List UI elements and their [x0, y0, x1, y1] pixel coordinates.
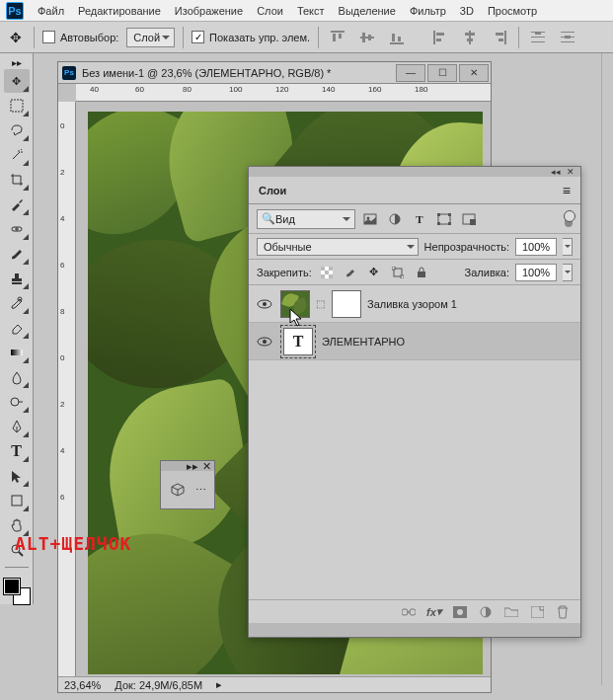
menu-image[interactable]: Изображение [175, 5, 243, 17]
fill-input[interactable]: 100% [515, 264, 557, 281]
align-top-icon[interactable] [327, 27, 348, 48]
align-vcenter-icon[interactable] [356, 27, 378, 48]
brush-tool[interactable] [4, 242, 30, 266]
panel-resize-handle[interactable] [249, 623, 580, 637]
move-tool[interactable]: ✥ [4, 69, 30, 93]
filter-pixel-icon[interactable] [360, 210, 380, 228]
filter-shape-icon[interactable] [434, 210, 454, 228]
menu-file[interactable]: Файл [38, 5, 64, 17]
stamp-tool[interactable] [4, 267, 30, 290]
maximize-button[interactable]: ☐ [427, 64, 457, 82]
lock-all-icon[interactable] [413, 265, 430, 280]
lock-pixels-icon[interactable] [342, 265, 359, 280]
filter-smart-icon[interactable] [459, 210, 479, 228]
layers-tab[interactable]: Слои [259, 185, 286, 196]
new-group-icon[interactable] [503, 606, 519, 617]
visibility-toggle[interactable] [255, 299, 274, 309]
magic-wand-tool[interactable] [4, 143, 30, 167]
history-brush-tool[interactable] [4, 291, 30, 315]
layer-list: ⬚ Заливка узором 1 T ЭЛЕМЕНТАРНО [249, 285, 580, 360]
svg-rect-16 [496, 33, 503, 36]
filter-type-icon[interactable]: T [410, 210, 429, 228]
fill-stepper[interactable] [563, 264, 573, 281]
3d-mini-panel[interactable]: ▸▸✕ ⋯ [160, 460, 215, 509]
crop-tool[interactable] [4, 168, 30, 192]
layer-name[interactable]: ЭЛЕМЕНТАРНО [322, 336, 405, 348]
menu-layers[interactable]: Слои [257, 5, 283, 17]
menu-3d[interactable]: 3D [460, 5, 474, 17]
eyedropper-tool[interactable] [4, 193, 30, 216]
menu-view[interactable]: Просмотр [488, 5, 537, 17]
panel-close-icon[interactable]: ✕ [567, 167, 575, 177]
autoselect-target-dropdown[interactable]: Слой [126, 28, 175, 47]
filter-toggle[interactable] [565, 211, 573, 227]
layer-fx-icon[interactable]: fx▾ [426, 605, 442, 618]
menu-select[interactable]: Выделение [339, 5, 396, 17]
layer-name[interactable]: Заливка узором 1 [367, 298, 457, 310]
lock-position-icon[interactable]: ✥ [365, 265, 383, 280]
distribute-vcenter-icon[interactable] [557, 27, 578, 48]
new-layer-icon[interactable] [529, 606, 545, 618]
visibility-toggle[interactable] [255, 337, 274, 347]
marquee-tool[interactable] [4, 94, 30, 117]
menu-text[interactable]: Текст [297, 5, 325, 17]
svg-rect-48 [321, 267, 325, 271]
svg-rect-67 [531, 606, 544, 618]
align-left-icon[interactable] [429, 27, 451, 48]
color-swatches[interactable] [4, 579, 30, 604]
delete-layer-icon[interactable] [555, 605, 571, 619]
annotation-text: ALT+ЩЕЛЧОК [15, 533, 131, 554]
filter-type-dropdown[interactable]: 🔍 Вид [257, 209, 355, 229]
collapse-icon[interactable]: ▸▸ [187, 460, 198, 473]
dodge-tool[interactable] [4, 390, 30, 414]
panel-menu-icon[interactable]: ≡ [563, 183, 571, 198]
add-adjustment-icon[interactable] [478, 605, 494, 619]
document-titlebar[interactable]: Ps Без имени-1 @ 23,6% (ЭЛЕМЕНТАРНО, RGB… [58, 62, 491, 84]
close-icon[interactable]: ✕ [202, 460, 211, 473]
distribute-top-icon[interactable] [527, 27, 549, 48]
blur-tool[interactable] [4, 365, 30, 389]
filter-adjust-icon[interactable] [385, 210, 405, 228]
collapse-icon[interactable]: ◂◂ [551, 167, 561, 177]
svg-rect-54 [392, 267, 395, 270]
showcontrols-checkbox[interactable]: Показать упр. элем. [192, 31, 310, 43]
lock-fill-row: Закрепить: ✥ Заливка: 100% [249, 260, 580, 285]
foreground-color[interactable] [4, 579, 20, 594]
close-button[interactable]: ✕ [459, 64, 489, 82]
right-dock-strip[interactable] [601, 53, 613, 685]
eraser-tool[interactable] [4, 316, 30, 340]
gradient-tool[interactable] [4, 341, 30, 364]
heal-tool[interactable] [4, 217, 30, 241]
svg-point-32 [11, 398, 19, 406]
opacity-stepper[interactable] [563, 238, 573, 256]
pen-tool[interactable] [4, 415, 30, 438]
opacity-input[interactable]: 100% [515, 238, 557, 256]
3d-icon[interactable] [170, 483, 186, 497]
path-select-tool[interactable] [4, 464, 30, 488]
shape-tool[interactable] [4, 489, 30, 512]
add-mask-icon[interactable] [452, 606, 468, 618]
doc-info-chevron[interactable]: ▸ [216, 678, 222, 691]
blend-mode-dropdown[interactable]: Обычные [257, 238, 419, 256]
layer-thumbnail[interactable]: T [283, 328, 313, 355]
menu-filter[interactable]: Фильтр [410, 5, 446, 17]
layer-thumbnail[interactable] [280, 290, 310, 318]
layer-row[interactable]: T ЭЛЕМЕНТАРНО [249, 323, 580, 360]
autoselect-checkbox[interactable]: Автовыбор: [42, 31, 118, 43]
align-right-icon[interactable] [489, 27, 510, 48]
lock-artboard-icon[interactable] [389, 265, 407, 280]
svg-rect-51 [321, 274, 325, 278]
svg-rect-18 [531, 32, 545, 33]
align-bottom-icon[interactable] [386, 27, 408, 48]
lock-transparency-icon[interactable] [318, 265, 336, 280]
align-hcenter-icon[interactable] [459, 27, 481, 48]
lasso-tool[interactable] [4, 118, 30, 142]
menu-edit[interactable]: Редактирование [78, 5, 161, 17]
layer-mask-thumbnail[interactable] [332, 290, 361, 318]
minimize-button[interactable]: — [396, 64, 425, 82]
link-layers-icon[interactable] [401, 607, 417, 617]
more-icon[interactable]: ⋯ [195, 484, 206, 497]
zoom-level[interactable]: 23,64% [64, 679, 101, 691]
layer-row[interactable]: ⬚ Заливка узором 1 [249, 285, 580, 323]
type-tool[interactable]: T [4, 439, 30, 463]
